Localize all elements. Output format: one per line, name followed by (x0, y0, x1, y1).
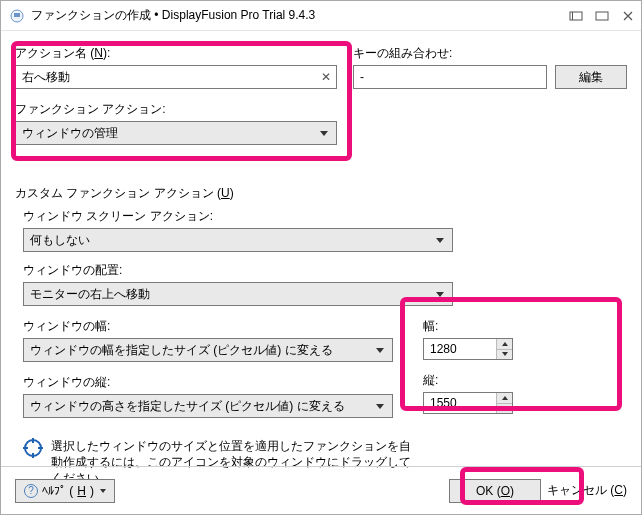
svg-rect-3 (572, 12, 573, 20)
target-icon[interactable] (23, 438, 43, 458)
function-action-combo[interactable]: ウィンドウの管理 (15, 121, 337, 145)
cancel-button[interactable]: キャンセル (C) (547, 482, 627, 499)
help-icon: ? (24, 484, 38, 498)
screen-action-combo[interactable]: 何もしない (23, 228, 453, 252)
titlebar-extra-button-2[interactable] (589, 1, 615, 31)
height-num-label: 縦: (423, 372, 603, 389)
window: ファンクションの作成 • DisplayFusion Pro Trial 9.4… (0, 0, 642, 515)
height-mode-combo[interactable]: ウィンドウの高さを指定したサイズ (ピクセル値) に変える (23, 394, 393, 418)
svg-rect-2 (570, 12, 582, 20)
action-name-input[interactable] (15, 65, 337, 89)
key-combo-input[interactable] (353, 65, 547, 89)
width-num-label: 幅: (423, 318, 603, 335)
ok-button[interactable]: OK (O) (449, 479, 541, 503)
width-spin-up[interactable] (496, 339, 512, 350)
app-icon (9, 8, 25, 24)
svg-rect-4 (596, 12, 608, 20)
screen-action-value: 何もしない (30, 232, 90, 249)
placement-value: モニターの右上へ移動 (30, 286, 150, 303)
height-mode-value: ウィンドウの高さを指定したサイズ (ピクセル値) に変える (30, 398, 345, 415)
screen-action-label: ウィンドウ スクリーン アクション: (23, 208, 627, 225)
height-spin-down[interactable] (496, 404, 512, 414)
content-area: アクション名 (N): ✕ ファンクション アクション: ウィンドウの管理 キー… (1, 31, 641, 494)
footer: ? ﾍﾙﾌﾟ (H) OK (O) キャンセル (C) (1, 466, 641, 514)
svg-rect-1 (14, 13, 20, 17)
custom-section-header: カスタム ファンクション アクション (U) (15, 185, 627, 202)
function-action-label: ファンクション アクション: (15, 101, 337, 118)
edit-button[interactable]: 編集 (555, 65, 627, 89)
width-mode-label: ウィンドウの幅: (23, 318, 393, 335)
close-button[interactable] (615, 1, 641, 31)
placement-combo[interactable]: モニターの右上へ移動 (23, 282, 453, 306)
clear-icon[interactable]: ✕ (319, 70, 333, 84)
action-name-label: アクション名 (N): (15, 45, 337, 62)
key-combo-label: キーの組み合わせ: (353, 45, 627, 62)
chevron-down-icon (100, 489, 106, 493)
width-mode-value: ウィンドウの幅を指定したサイズ (ピクセル値) に変える (30, 342, 333, 359)
height-mode-label: ウィンドウの縦: (23, 374, 393, 391)
titlebar-extra-button-1[interactable] (563, 1, 589, 31)
placement-label: ウィンドウの配置: (23, 262, 627, 279)
function-action-value: ウィンドウの管理 (22, 125, 118, 142)
height-spin-up[interactable] (496, 393, 512, 404)
width-mode-combo[interactable]: ウィンドウの幅を指定したサイズ (ピクセル値) に変える (23, 338, 393, 362)
titlebar: ファンクションの作成 • DisplayFusion Pro Trial 9.4… (1, 1, 641, 31)
help-button[interactable]: ? ﾍﾙﾌﾟ (H) (15, 479, 115, 503)
window-title: ファンクションの作成 • DisplayFusion Pro Trial 9.4… (31, 7, 315, 24)
width-spin-down[interactable] (496, 350, 512, 360)
